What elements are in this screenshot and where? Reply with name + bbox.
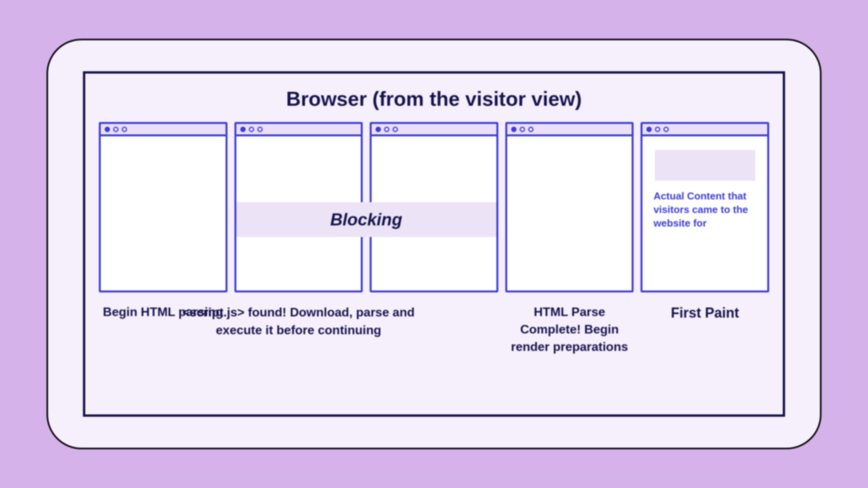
traffic-light-icon <box>655 127 660 132</box>
inner-frame: Browser (from the visitor view) Begin HT… <box>83 71 785 417</box>
first-paint-hero-block <box>655 150 755 181</box>
stage-2: <script.js> found! Download, parse and e… <box>234 122 363 339</box>
window-chrome <box>642 124 767 136</box>
traffic-light-icon <box>375 127 381 132</box>
window-chrome <box>372 124 496 136</box>
traffic-light-icon <box>113 127 119 132</box>
stage-1: Begin HTML parsing <box>99 122 227 321</box>
window-chrome <box>507 124 632 136</box>
traffic-light-icon <box>105 127 110 132</box>
traffic-light-icon <box>240 127 246 132</box>
browser-window-3 <box>370 122 498 292</box>
traffic-light-icon <box>511 127 517 132</box>
diagram-title: Browser (from the visitor view) <box>99 87 769 110</box>
browser-window-4 <box>505 122 634 292</box>
window-body-empty <box>236 136 361 290</box>
traffic-light-icon <box>520 127 525 132</box>
stages-row: Begin HTML parsing <script.js> found! Do… <box>99 122 769 355</box>
browser-window-5: Actual Content that visitors came to the… <box>641 122 769 292</box>
stage-4-caption: HTML Parse Complete! Begin render prepar… <box>505 303 634 355</box>
traffic-light-icon <box>249 127 254 132</box>
stage-5-caption: First Paint <box>671 303 739 323</box>
first-paint-content-text: Actual Content that visitors came to the… <box>650 189 760 230</box>
traffic-light-icon <box>384 127 389 132</box>
window-body-empty <box>101 136 226 290</box>
window-chrome <box>236 124 361 136</box>
diagram-card: Browser (from the visitor view) Begin HT… <box>46 39 822 449</box>
stage-2-3-caption: <script.js> found! Download, parse and e… <box>170 303 427 339</box>
browser-window-1 <box>99 122 227 292</box>
traffic-light-icon <box>646 127 652 132</box>
stage-3 <box>370 122 498 292</box>
traffic-light-icon <box>393 127 398 132</box>
traffic-light-icon <box>257 127 263 132</box>
traffic-light-icon <box>122 127 127 132</box>
window-body-empty <box>507 136 632 290</box>
traffic-light-icon <box>528 127 534 132</box>
browser-window-2 <box>234 122 363 292</box>
stage-5: Actual Content that visitors came to the… <box>641 122 769 323</box>
stage-4: HTML Parse Complete! Begin render prepar… <box>505 122 634 355</box>
traffic-light-icon <box>663 127 669 132</box>
window-body-empty <box>372 136 496 290</box>
window-body-first-paint: Actual Content that visitors came to the… <box>642 136 767 290</box>
window-chrome <box>101 124 226 136</box>
